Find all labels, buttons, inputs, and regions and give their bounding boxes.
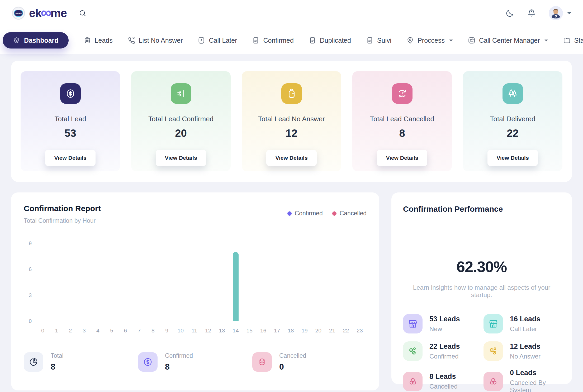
report-title: Confirmation Report: [24, 204, 101, 213]
receipt-icon: [366, 36, 374, 44]
lead-value: 53 Leads: [429, 315, 460, 323]
chart-y-axis: 0369: [24, 243, 36, 321]
x-tick-label: 3: [77, 327, 91, 334]
x-tick-label: 9: [160, 327, 174, 334]
bar-cell: [105, 243, 119, 321]
stats-section: Total Lead 53 View Details Total Lead Co…: [11, 61, 572, 182]
nav-label: Statistics: [574, 37, 583, 44]
chart-x-axis: 01234567891011121314151617181920212223: [36, 327, 367, 334]
logo-text: ek∞me: [29, 7, 67, 20]
performance-percentage: 62.30%: [403, 258, 560, 275]
bar-cell: [50, 243, 63, 321]
nav-label: Proccess: [418, 37, 445, 44]
lead-value: 12 Leads: [510, 342, 541, 351]
nav-item-statistics[interactable]: Statistics: [563, 36, 583, 44]
x-tick-label: 18: [284, 327, 298, 334]
bar-cell: [187, 243, 201, 321]
receipt-icon: [252, 36, 260, 44]
view-details-button[interactable]: View Details: [377, 150, 427, 166]
x-tick-label: 5: [105, 327, 119, 334]
bar-cell: [174, 243, 187, 321]
nav-item-call-later[interactable]: Call Later: [197, 36, 237, 44]
layers-icon: [13, 36, 21, 44]
lead-item-canceled-by-system: 0 Leads Canceled By System: [484, 369, 560, 392]
bar-confirmed-hour-14[interactable]: [233, 252, 239, 321]
user-menu[interactable]: [549, 6, 571, 20]
stat-label: Total Lead Cancelled: [370, 115, 434, 123]
caret-down-icon[interactable]: [567, 12, 571, 16]
nav-item-leads[interactable]: Leads: [83, 36, 113, 44]
view-details-button[interactable]: View Details: [45, 150, 95, 166]
leads-grid: 53 Leads New 16 Leads Call Later: [403, 314, 560, 392]
nav-label: Suivi: [377, 37, 391, 44]
confirmation-report-card: Confirmation Report Total Confirmation b…: [11, 192, 379, 390]
nav-item-dashboard[interactable]: Dashboard: [3, 32, 69, 49]
x-tick-label: 8: [146, 327, 160, 334]
nav-item-list-no-answer[interactable]: List No Answer: [127, 36, 183, 44]
header: ek∞me: [0, 0, 583, 26]
legend-item-confirmed[interactable]: Confirmed: [287, 210, 323, 217]
map-pin-icon: [406, 36, 414, 44]
nav-label: List No Answer: [139, 37, 183, 44]
moon-icon[interactable]: [505, 9, 514, 18]
x-tick-label: 16: [256, 327, 270, 334]
avatar[interactable]: [549, 6, 563, 20]
y-tick-label: 3: [29, 292, 32, 298]
nav-label: Duplicated: [320, 37, 351, 44]
stat-label: Total Lead No Answer: [258, 115, 325, 123]
bar-cell: [284, 243, 298, 321]
database-icon: [252, 352, 272, 372]
lead-label: New: [429, 325, 460, 333]
stat-label: Total Delivered: [490, 115, 535, 123]
stat-value: 22: [507, 127, 519, 139]
bar-cell: [91, 243, 105, 321]
bar-cell: [298, 243, 311, 321]
total-value: 0: [279, 362, 306, 372]
receipt-icon: [309, 36, 316, 44]
total-value: 8: [165, 362, 193, 372]
app-logo[interactable]: ek∞me: [12, 6, 67, 20]
lead-label: Confirmed: [429, 353, 460, 360]
lead-value: 0 Leads: [510, 369, 560, 377]
chart-legend: Confirmed Cancelled: [287, 210, 367, 217]
nav-item-proccess[interactable]: Proccess: [406, 36, 453, 44]
nav-item-confirmed[interactable]: Confirmed: [252, 36, 293, 44]
bar-cell: [325, 243, 339, 321]
x-tick-label: 20: [311, 327, 325, 334]
nav-item-call-center-manager[interactable]: Call Center Manager: [468, 36, 548, 44]
legend-label: Confirmed: [295, 210, 323, 217]
legend-item-cancelled[interactable]: Cancelled: [332, 210, 367, 217]
pie-icon: [24, 352, 43, 372]
legend-dot-cancelled: [332, 211, 336, 216]
x-tick-label: 17: [270, 327, 284, 334]
view-details-button[interactable]: View Details: [487, 150, 538, 166]
view-details-button[interactable]: View Details: [266, 150, 316, 166]
stat-label: Total Lead Confirmed: [148, 115, 214, 123]
x-tick-label: 2: [63, 327, 77, 334]
phone-x-icon: [127, 36, 135, 44]
search-icon[interactable]: [78, 9, 87, 17]
bar-cell: [132, 243, 146, 321]
backpack-icon: [281, 83, 302, 104]
bar-cell: [339, 243, 353, 321]
confirmation-bar-chart: 0369 01234567891011121314151617181920212…: [24, 243, 367, 334]
total-label: Total: [51, 352, 64, 359]
bell-icon[interactable]: [527, 9, 536, 18]
x-tick-label: 6: [119, 327, 132, 334]
nav-label: Confirmed: [263, 37, 293, 44]
nav-item-duplicated[interactable]: Duplicated: [309, 36, 351, 44]
performance-description: Learn insights how to manage all aspects…: [403, 284, 560, 299]
x-tick-label: 14: [229, 327, 243, 334]
dollar-badge-icon: [60, 83, 81, 104]
bar-cell: [36, 243, 50, 321]
bar-cell: [77, 243, 91, 321]
bar-cell: [256, 243, 270, 321]
sliders-icon: [468, 36, 476, 44]
nav-item-suivi[interactable]: Suivi: [366, 36, 391, 44]
bar-cell: [229, 243, 243, 321]
report-subtitle: Total Confirmation by Hour: [24, 217, 101, 224]
bar-cell: [243, 243, 256, 321]
dollar-circle-icon: [138, 352, 158, 372]
lead-value: 22 Leads: [429, 342, 460, 351]
view-details-button[interactable]: View Details: [156, 150, 206, 166]
